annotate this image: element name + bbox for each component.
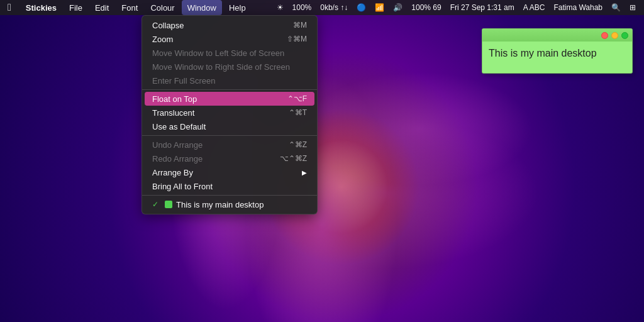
menubar-stickies[interactable]: Stickies xyxy=(20,0,62,15)
menubar-help[interactable]: Help xyxy=(223,0,252,15)
sticky-note[interactable]: This is my main desktop xyxy=(482,28,633,74)
window-dropdown-menu: Collapse ⌘M Zoom ⇧⌘M Move Window to Left… xyxy=(142,15,318,214)
menu-item-zoom[interactable]: Zoom ⇧⌘M xyxy=(142,32,317,46)
sticky-content[interactable]: This is my main desktop xyxy=(482,42,632,73)
float-shortcut: ⌃⌥F xyxy=(287,94,307,103)
window-color-dot xyxy=(165,201,172,208)
arrange-by-arrow: ▶ xyxy=(302,169,307,176)
menu-item-bring-all-front[interactable]: Bring All to Front xyxy=(142,179,317,193)
menu-item-sticky-window[interactable]: ✓ This is my main desktop xyxy=(142,197,317,211)
menubar-colour[interactable]: Colour xyxy=(145,0,180,15)
user-name: Fatima Wahab xyxy=(550,0,606,15)
keyboard-layout: A ABC xyxy=(520,0,548,15)
network-activity: 0kb/s ↑↓ xyxy=(317,0,351,15)
menubar:  Stickies File Edit Font Colour Window … xyxy=(0,0,644,15)
menu-item-use-as-default[interactable]: Use as Default xyxy=(142,119,317,133)
menubar-edit[interactable]: Edit xyxy=(89,0,114,15)
sticky-maximize-button[interactable] xyxy=(621,32,628,39)
menu-item-move-right: Move Window to Right Side of Screen xyxy=(142,60,317,74)
menu-separator-1 xyxy=(142,89,317,90)
brightness-percent: 100% xyxy=(289,0,315,15)
checkmark-icon: ✓ xyxy=(152,200,162,209)
bluetooth-icon[interactable]: 🔵 xyxy=(353,0,369,15)
menu-item-fullscreen: Enter Full Screen xyxy=(142,74,317,87)
menu-item-arrange-by[interactable]: Arrange By ▶ xyxy=(142,165,317,179)
apple-menu[interactable]:  xyxy=(0,0,19,15)
datetime: Fri 27 Sep 1:31 am xyxy=(447,0,518,15)
menubar-window[interactable]: Window xyxy=(182,0,222,15)
menubar-right: ☀ 100% 0kb/s ↑↓ 🔵 📶 🔊 100% 69 Fri 27 Sep… xyxy=(274,0,644,15)
sticky-minimize-button[interactable] xyxy=(611,32,618,39)
spotlight-icon[interactable]: 🔍 xyxy=(608,0,624,15)
brightness-icon[interactable]: ☀ xyxy=(274,0,287,15)
control-center-icon[interactable]: ⊞ xyxy=(626,0,639,15)
menu-item-redo-arrange: Redo Arrange ⌥⌃⌘Z xyxy=(142,152,317,165)
menu-item-float-on-top[interactable]: Float on Top ⌃⌥F xyxy=(145,92,314,106)
volume-icon[interactable]: 🔊 xyxy=(390,0,406,15)
zoom-shortcut: ⇧⌘M xyxy=(287,35,307,43)
sticky-titlebar xyxy=(482,29,632,42)
menubar-font[interactable]: Font xyxy=(116,0,143,15)
menu-item-move-left: Move Window to Left Side of Screen xyxy=(142,46,317,60)
menu-item-collapse[interactable]: Collapse ⌘M xyxy=(142,18,317,32)
menu-separator-2 xyxy=(142,135,317,136)
battery-status: 100% 69 xyxy=(408,0,444,15)
undo-arrange-shortcut: ⌃⌘Z xyxy=(289,140,307,149)
menubar-file[interactable]: File xyxy=(64,0,88,15)
collapse-shortcut: ⌘M xyxy=(293,21,307,30)
sticky-close-button[interactable] xyxy=(601,32,608,39)
menubar-left:  Stickies File Edit Font Colour Window … xyxy=(0,0,252,15)
translucent-shortcut: ⌃⌘T xyxy=(289,108,307,117)
menu-separator-3 xyxy=(142,195,317,196)
redo-arrange-shortcut: ⌥⌃⌘Z xyxy=(280,154,307,163)
menu-item-translucent[interactable]: Translucent ⌃⌘T xyxy=(142,106,317,119)
menu-item-undo-arrange: Undo Arrange ⌃⌘Z xyxy=(142,138,317,152)
wifi-icon[interactable]: 📶 xyxy=(372,0,387,15)
